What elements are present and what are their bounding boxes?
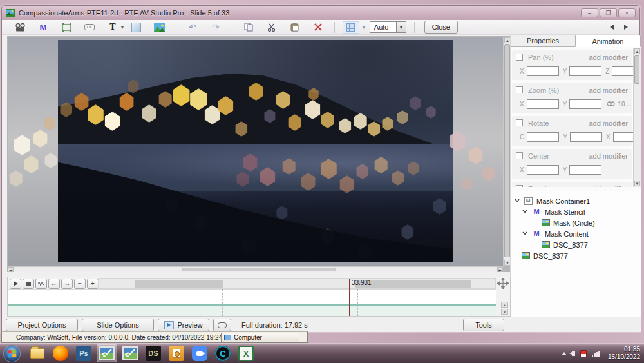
close-editor-button[interactable]: Close: [424, 21, 458, 34]
taskbar-excel[interactable]: X: [236, 344, 256, 362]
copy-icon[interactable]: [240, 21, 257, 34]
button-tool-icon[interactable]: OK: [81, 21, 98, 34]
taskbar-pte-av-studio-2[interactable]: [120, 344, 140, 362]
cut-icon[interactable]: [263, 21, 280, 34]
vertical-scroll-thumb[interactable]: [504, 44, 510, 257]
close-window-button[interactable]: ×: [618, 8, 636, 17]
zoom-x-input[interactable]: [527, 99, 559, 109]
scroll-right-icon[interactable]: ▶: [497, 267, 503, 272]
preview-viewport[interactable]: [8, 37, 503, 266]
preview-horizontal-scrollbar[interactable]: ◀ ▶: [8, 266, 503, 272]
delete-icon[interactable]: [310, 21, 327, 34]
scroll-left-icon[interactable]: ◀: [8, 267, 14, 272]
params-scroll-thumb[interactable]: [634, 55, 639, 84]
slide-options-button[interactable]: Slide Options: [82, 319, 154, 331]
taskbar-photoshop[interactable]: Ps: [73, 344, 94, 362]
mask-tool-icon[interactable]: M: [35, 21, 52, 34]
video-camera-icon[interactable]: [12, 21, 28, 34]
collapse-icon[interactable]: [522, 231, 527, 237]
minimize-button[interactable]: –: [581, 8, 598, 17]
playhead[interactable]: [349, 279, 350, 316]
redo-icon[interactable]: ↷: [207, 21, 224, 34]
tree-item-mask-circle[interactable]: Mask (Circle): [511, 217, 641, 228]
grid-dropdown-icon[interactable]: ▼: [361, 25, 366, 30]
preview-button[interactable]: Preview: [158, 319, 209, 331]
timeline-audio-track[interactable]: [8, 304, 496, 316]
pan-checkbox[interactable]: [516, 54, 523, 61]
action-center-icon[interactable]: [580, 350, 587, 357]
zoom-checkbox[interactable]: [516, 86, 523, 93]
zoom-in-button[interactable]: +: [87, 279, 99, 289]
slide-image[interactable]: [58, 40, 453, 262]
center-checkbox[interactable]: [516, 152, 523, 159]
scroll-up-icon[interactable]: ▲: [634, 48, 640, 54]
project-options-button[interactable]: Project Options: [6, 319, 78, 331]
params-scrollbar[interactable]: ▲ ▼: [633, 48, 641, 187]
timeline-track[interactable]: [8, 289, 496, 304]
tab-animation[interactable]: Animation: [575, 35, 641, 47]
zoom-y-input[interactable]: [569, 99, 601, 109]
zoom-out-button[interactable]: −: [74, 279, 86, 289]
collapse-icon[interactable]: [522, 210, 527, 215]
auto-select[interactable]: Auto ▼: [370, 21, 406, 33]
link-icon[interactable]: [607, 101, 615, 106]
tab-properties[interactable]: Properties: [511, 35, 575, 46]
network-signal-icon[interactable]: [592, 351, 600, 357]
tree-item-dsc8377-root[interactable]: DSC_8377: [511, 250, 641, 261]
center-add-modifier[interactable]: add modifier: [589, 152, 628, 160]
taskbar-pte-av-studio-active[interactable]: [97, 344, 117, 362]
timeline-ruler[interactable]: [98, 278, 496, 289]
taskbar-zoom[interactable]: [189, 344, 210, 362]
scroll-down-icon[interactable]: ▼: [634, 181, 640, 186]
fullscreen-preview-button[interactable]: [213, 319, 231, 331]
prev-keyframe-button[interactable]: ←: [48, 279, 60, 289]
center-x-input[interactable]: [527, 165, 559, 175]
auto-dropdown-icon[interactable]: ▼: [396, 22, 406, 32]
framing-add-modifier[interactable]: add modifier: [589, 185, 628, 188]
stop-button[interactable]: [23, 279, 34, 289]
tools-button[interactable]: Tools: [463, 319, 504, 331]
hidden-icons-arrow[interactable]: [562, 352, 567, 355]
taskbar-explorer[interactable]: [27, 344, 48, 362]
center-y-input[interactable]: [569, 165, 601, 175]
rotate-add-modifier[interactable]: add modifier: [589, 119, 628, 127]
rotate-c-input[interactable]: [527, 132, 559, 142]
collapse-icon[interactable]: [515, 199, 520, 204]
taskbar-ds-app[interactable]: DS: [143, 344, 164, 362]
taskbar-office-app[interactable]: [166, 344, 187, 362]
horizontal-scroll-thumb[interactable]: [182, 268, 336, 271]
move-cursor-icon[interactable]: [497, 278, 509, 289]
keyframe-bar[interactable]: [135, 280, 223, 288]
title-bar[interactable]: CompassionateArms-PTE11-2d - PTE AV Stud…: [2, 6, 639, 20]
framing-checkbox[interactable]: [516, 185, 523, 187]
grid-icon[interactable]: [343, 21, 359, 34]
pan-add-modifier[interactable]: add modifier: [589, 54, 628, 61]
waveform-button[interactable]: [35, 279, 47, 289]
text-tool-dropdown-icon[interactable]: ▼: [120, 25, 125, 30]
tree-item-mask-container[interactable]: M Mask Container1: [511, 195, 641, 206]
maximize-button[interactable]: ❐: [600, 8, 617, 17]
paste-icon[interactable]: [287, 21, 303, 34]
taskbar-firefox[interactable]: [50, 344, 71, 362]
taskbar-clock[interactable]: 01:35 15/10/2022: [608, 346, 640, 361]
tree-item-dsc8377-nested[interactable]: DSC_8377: [511, 239, 641, 250]
start-button[interactable]: [3, 345, 21, 362]
volume-icon[interactable]: [572, 351, 575, 356]
pan-x-input[interactable]: [527, 66, 559, 76]
next-keyframe-button[interactable]: →: [61, 279, 73, 289]
frame-tool-icon[interactable]: [58, 21, 75, 34]
rotate-checkbox[interactable]: [516, 119, 523, 126]
rotate-y-input[interactable]: [570, 132, 602, 142]
timeline-scroll-up-icon[interactable]: ▲: [501, 302, 508, 308]
keyframe-bar[interactable]: [355, 280, 471, 288]
computer-window-chip[interactable]: Computer: [221, 333, 299, 342]
next-slide-icon[interactable]: [624, 25, 628, 30]
play-button[interactable]: [10, 279, 21, 289]
rectangle-tool-icon[interactable]: [128, 21, 145, 34]
add-image-icon[interactable]: [151, 21, 168, 34]
tree-item-mask-stencil[interactable]: M Mask Stencil: [511, 206, 641, 217]
taskbar-camtasia[interactable]: C: [213, 344, 233, 362]
text-tool-icon[interactable]: T: [104, 21, 121, 34]
prev-slide-icon[interactable]: [610, 25, 614, 30]
undo-icon[interactable]: ↶: [184, 21, 201, 34]
